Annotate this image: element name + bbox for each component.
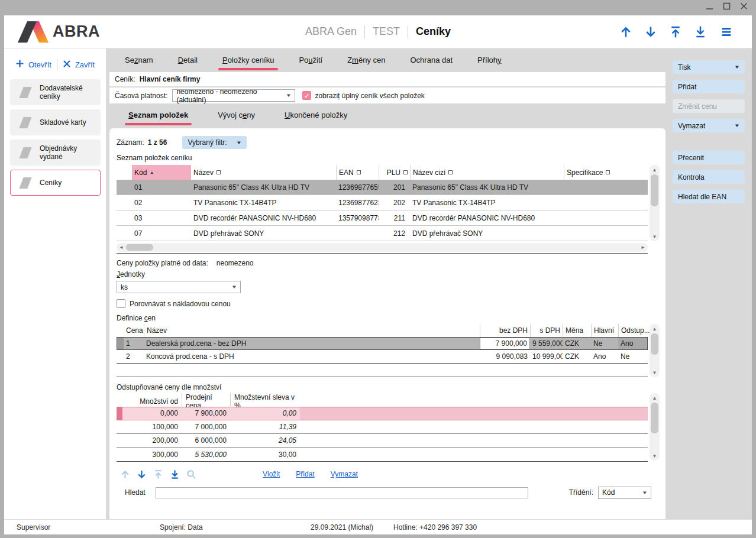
sidebar-item-skladove-karty[interactable]: Skladové karty [10, 109, 101, 135]
scroll-right-icon[interactable]: ► [638, 245, 648, 250]
show-full-pricelist-checkbox[interactable]: ✓ [302, 91, 311, 100]
pricelist-name: Hlavní ceník firmy [140, 75, 201, 83]
menu-icon[interactable] [719, 25, 734, 38]
delete-link[interactable]: Vymazat [331, 470, 358, 478]
tab-zmeny-cen[interactable]: Změny cen [347, 50, 385, 72]
status-hotline: Hotline: +420 296 397 330 [393, 523, 477, 531]
sidebar-item-objednavky-vydane[interactable]: Objednávky vydané [10, 140, 101, 166]
quantity-prices-scrollbar[interactable]: ▲ ▼ [650, 393, 660, 461]
table-row[interactable]: 03 DVD recordér PANASONIC NV-HD680 13579… [117, 210, 648, 226]
column-config-icon [217, 170, 221, 174]
table-row[interactable]: 100,000 7 000,000 11,39 [117, 420, 648, 434]
search-input[interactable] [156, 487, 528, 498]
items-horizontal-scrollbar[interactable]: ◄ ► [117, 243, 648, 252]
table-row[interactable]: 300,000 5 530,000 30,00 [117, 448, 648, 461]
abra-logo-text: ABRA [53, 22, 100, 41]
reprice-button[interactable]: Přecenit [673, 151, 745, 164]
scrollbar-thumb[interactable] [651, 403, 658, 433]
price-edit-cell[interactable]: 7 900,000 [480, 338, 530, 349]
table-row[interactable]: 200,000 6 000,000 24,05 [117, 434, 648, 448]
column-header-bez-dph[interactable]: bez DPH [480, 324, 530, 337]
search-by-ean-button[interactable]: Hledat dle EAN [673, 190, 745, 203]
chevron-down-icon: ▼ [642, 490, 648, 495]
scroll-up-icon[interactable]: ▲ [650, 324, 660, 333]
move-to-top-icon[interactable] [153, 469, 163, 479]
sort-select[interactable]: Kód ▼ [598, 487, 651, 499]
check-button[interactable]: Kontrola [673, 170, 745, 184]
tab-ochrana-dat[interactable]: Ochrana dat [411, 50, 453, 72]
delete-button[interactable]: Vymazat ▼ [673, 119, 745, 132]
tab-polozky-ceniku[interactable]: Položky ceníku [222, 50, 274, 72]
open-button[interactable]: Otevřít [15, 59, 51, 70]
close-button[interactable]: Zavřít [63, 60, 95, 70]
arrow-to-bottom-icon[interactable] [694, 25, 707, 38]
window-maximize-button[interactable] [723, 2, 731, 10]
column-header-odstup[interactable]: Odstup... [618, 324, 648, 337]
column-header-ean[interactable]: EAN [336, 165, 379, 180]
compare-cost-checkbox[interactable] [117, 299, 125, 308]
table-row[interactable]: 02 TV Panasonic TX-14B4TP 123698776238 2… [117, 195, 648, 210]
scroll-up-icon[interactable]: ▲ [650, 393, 660, 403]
tab-seznam[interactable]: Seznam [125, 50, 153, 72]
column-header-hlavni[interactable]: Hlavní [591, 324, 618, 337]
insert-link[interactable]: Vložit [263, 470, 280, 478]
scroll-down-icon[interactable]: ▼ [650, 232, 660, 241]
table-row[interactable]: 2 Koncová prod.cena - s DPH 9 090,083 10… [117, 350, 648, 363]
validity-bar: Časová platnost: neomezeno - neomezeno (… [109, 87, 665, 103]
subtab-seznam-polozek[interactable]: Seznam položek [128, 105, 188, 127]
scroll-left-icon[interactable]: ◄ [117, 245, 126, 250]
column-header-s-dph[interactable]: s DPH [530, 324, 563, 337]
module-title: Ceníky [416, 25, 451, 38]
arrow-to-top-icon[interactable] [669, 25, 682, 38]
table-row[interactable]: 0,000 7 900,000 0,00 [117, 407, 648, 420]
table-row[interactable]: 1 Dealerská prod.cena - bez DPH 7 900,00… [117, 337, 648, 350]
validity-select[interactable]: neomezeno - neomezeno (aktuální) ▼ [172, 89, 295, 102]
scrollbar-thumb[interactable] [651, 333, 658, 355]
scrollbar-thumb[interactable] [651, 174, 658, 206]
module-icon [19, 147, 31, 158]
scroll-down-icon[interactable]: ▼ [650, 451, 660, 461]
move-to-bottom-icon[interactable] [170, 469, 180, 479]
scroll-up-icon[interactable]: ▲ [650, 165, 660, 174]
items-table-header: Kód▲ Název EAN PLU Název cizí Specifikac… [117, 165, 648, 180]
column-header-plu[interactable]: PLU [379, 165, 410, 180]
column-header-kod[interactable]: Kód▲ [132, 165, 191, 180]
arrow-down-icon[interactable] [644, 25, 657, 38]
main-tabbar: Seznam Detail Položky ceníku Použití Změ… [109, 48, 665, 72]
column-header-cena[interactable]: Cena [124, 324, 144, 337]
column-header-specifikace[interactable]: Specifikace [564, 165, 648, 180]
tab-pouziti[interactable]: Použití [299, 50, 322, 72]
units-select[interactable]: ks ▼ [117, 281, 241, 293]
column-config-icon [606, 170, 610, 174]
add-link[interactable]: Přidat [296, 470, 314, 478]
scrollbar-thumb[interactable] [126, 244, 153, 251]
price-definition-scrollbar[interactable]: ▲ ▼ [650, 324, 660, 377]
move-down-icon[interactable] [137, 469, 147, 479]
search-icon[interactable] [186, 469, 196, 479]
column-header-nazev[interactable]: Název [191, 165, 336, 180]
subtab-vyvoj-ceny[interactable]: Vývoj ceny [218, 105, 255, 127]
items-vertical-scrollbar[interactable]: ▲ ▼ [650, 165, 660, 241]
filter-select[interactable]: Vybraný filtr: ▼ [182, 136, 246, 149]
subtab-ukoncene-polozky[interactable]: Ukončené položky [285, 105, 347, 127]
table-row[interactable]: 07 DVD přehrávač SONY 212 DVD přehrávač … [117, 226, 648, 241]
tab-prilohy[interactable]: Přílohy [477, 50, 501, 72]
record-navigation [619, 25, 734, 38]
scroll-down-icon[interactable]: ▼ [650, 368, 660, 377]
move-up-icon[interactable] [120, 469, 130, 479]
add-button[interactable]: Přidat [673, 80, 745, 93]
table-row[interactable]: 01 Panasonic 65" Class 4K Ultra HD TV 12… [117, 180, 648, 195]
column-header-mena[interactable]: Měna [563, 324, 591, 337]
chevron-down-icon: ▼ [231, 284, 237, 290]
window-minimize-button[interactable] [706, 2, 713, 10]
arrow-up-icon[interactable] [619, 25, 632, 38]
sidebar-item-ceniky[interactable]: Ceníky [10, 170, 101, 196]
column-header-nazev[interactable]: Název [144, 324, 480, 337]
column-header-nazev-cizi[interactable]: Název cizí [410, 165, 564, 180]
tab-detail[interactable]: Detail [178, 50, 198, 72]
print-button[interactable]: Tisk ▼ [673, 60, 745, 74]
app-window: ABRA ABRA Gen TEST Ceníky Otevřít [4, 15, 752, 534]
sidebar-item-dodavatelske-ceniky[interactable]: Dodavatelské ceníky [10, 79, 101, 105]
price-definition-title: Definice cen [117, 314, 660, 322]
window-close-button[interactable] [740, 2, 748, 10]
